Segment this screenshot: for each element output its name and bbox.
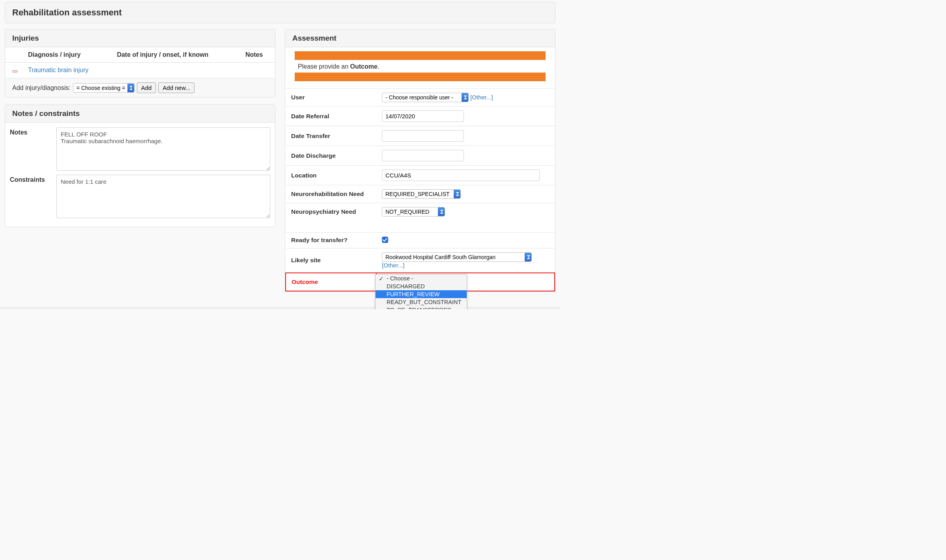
add-injury-row: Add injury/diagnosis: = Choose existing … [5,78,275,97]
date-referral-input[interactable] [382,110,464,122]
injury-link[interactable]: Traumatic brain injury [28,67,88,73]
alert-bar-top [295,51,546,60]
user-select[interactable]: - Choose responsible user - [382,93,469,102]
col-date: Date of injury / onset, if known [112,47,241,63]
user-other-link[interactable]: [Other...] [470,94,493,101]
add-button[interactable]: Add [137,82,156,93]
table-row: Traumatic brain injury [5,63,275,78]
add-injury-label: Add injury/diagnosis: [12,84,71,91]
outcome-option[interactable]: DISCHARGED [376,282,467,290]
assessment-form: User - Choose responsible user - [Other.… [285,88,555,291]
neuropsych-label: Neuropsychiatry Need [286,203,376,221]
outcome-option-label: - Choose - [387,275,413,282]
notes-title: Notes / constraints [12,109,268,118]
date-referral-label: Date Referral [286,106,376,126]
col-notes: Notes [241,47,275,63]
neuropsych-select[interactable]: NOT_REQUIRED [382,207,445,217]
col-icon [5,47,23,63]
date-transfer-input[interactable] [382,130,464,142]
outcome-dropdown[interactable]: ✓- Choose -DISCHARGEDFURTHER_REVIEWREADY… [375,274,467,309]
neurorehab-select[interactable]: REQUIRED_SPECIALIST [382,189,461,199]
choose-existing-select[interactable]: = Choose existing = [73,83,135,93]
date-discharge-label: Date Discharge [286,146,376,166]
ready-label: Ready for transfer? [286,232,376,248]
outcome-option[interactable]: ✓- Choose - [376,274,467,282]
injuries-panel: Injuries Diagnosis / injury Date of inju… [5,29,275,97]
user-label: User [286,89,376,106]
likely-site-select[interactable]: Rookwood Hospital Cardiff South Glamorga… [382,252,532,262]
remove-icon[interactable] [12,70,18,73]
assessment-title: Assessment [292,34,548,43]
outcome-option[interactable]: READY_BUT_CONSTRAINT [376,298,467,306]
alert-prefix: Please provide an [298,63,350,70]
check-icon: ✓ [379,276,384,282]
notes-panel: Notes / constraints Notes Constraints [5,105,275,227]
date-discharge-input[interactable] [382,150,464,161]
injuries-title: Injuries [12,34,268,43]
date-transfer-label: Date Transfer [286,126,376,146]
outcome-option[interactable]: TO_BE_TRANSFERRED [376,306,467,309]
add-new-button[interactable]: Add new... [158,82,194,93]
outcome-option[interactable]: FURTHER_REVIEW [376,290,467,298]
validation-alert: Please provide an Outcome. [285,47,555,88]
page-title: Rehabilitation assessment [12,7,548,18]
constraints-label: Constraints [10,175,56,218]
notes-label: Notes [10,127,56,171]
likely-site-other-link[interactable]: [Other...] [382,262,405,269]
alert-field: Outcome [350,63,378,70]
outcome-option-label: READY_BUT_CONSTRAINT [387,299,461,305]
location-label: Location [286,166,376,185]
constraints-textarea[interactable] [56,175,270,218]
outcome-option-label: FURTHER_REVIEW [387,291,439,297]
location-input[interactable] [382,170,540,181]
ready-checkbox[interactable] [382,237,388,243]
injury-notes [241,63,275,78]
outcome-option-label: DISCHARGED [387,283,425,289]
outcome-label: Outcome [286,273,376,291]
assessment-panel: Assessment Please provide an Outcome. Us… [285,29,555,292]
alert-bar-bottom [295,73,546,81]
injuries-table: Diagnosis / injury Date of injury / onse… [5,47,275,78]
page-header: Rehabilitation assessment [5,2,555,23]
neurorehab-label: Neurorehabilitation Need [286,185,376,203]
notes-textarea[interactable] [56,127,270,171]
alert-suffix: . [378,63,379,70]
likely-site-label: Likely site [286,248,376,273]
bottom-border [0,307,560,309]
col-diagnosis: Diagnosis / injury [23,47,112,63]
outcome-option-label: TO_BE_TRANSFERRED [387,307,451,309]
injury-date [112,63,241,78]
